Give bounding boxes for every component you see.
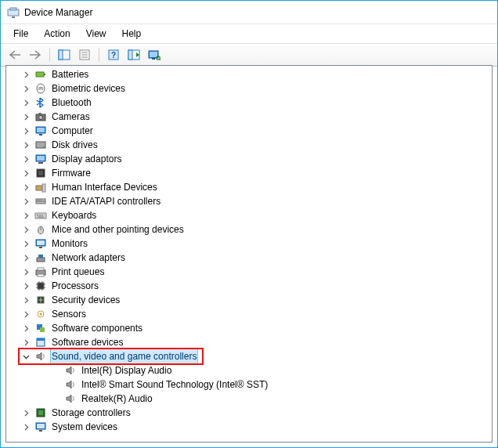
ide-icon bbox=[34, 195, 47, 208]
svg-rect-56 bbox=[38, 268, 44, 270]
chevron-right-icon[interactable] bbox=[20, 139, 31, 150]
tree-category[interactable]: Firmware bbox=[6, 166, 492, 180]
svg-rect-12 bbox=[128, 50, 132, 60]
chevron-right-icon[interactable] bbox=[20, 252, 31, 263]
device-tree[interactable]: BatteriesBiometric devicesBluetoothCamer… bbox=[6, 66, 492, 442]
tree-category[interactable]: IDE ATA/ATAPI controllers bbox=[6, 194, 492, 208]
tree-category[interactable]: Monitors bbox=[6, 237, 492, 251]
tree-item-label: Bluetooth bbox=[50, 96, 93, 110]
chevron-right-icon[interactable] bbox=[20, 125, 31, 136]
tree-category[interactable]: Security devices bbox=[6, 293, 492, 307]
menu-help[interactable]: Help bbox=[114, 26, 150, 42]
battery-icon bbox=[34, 68, 47, 81]
svg-rect-77 bbox=[37, 424, 45, 428]
app-icon bbox=[7, 6, 20, 19]
tree-category[interactable]: Software devices bbox=[6, 335, 492, 349]
tree-category[interactable]: Cameras bbox=[6, 110, 492, 124]
forward-button[interactable] bbox=[26, 46, 45, 63]
tree-category[interactable]: Print queues bbox=[6, 265, 492, 279]
chevron-right-icon[interactable] bbox=[20, 266, 31, 277]
tree-category[interactable]: Bluetooth bbox=[6, 96, 492, 110]
tree-leaf[interactable]: Intel® Smart Sound Technology (Intel® SS… bbox=[6, 378, 492, 392]
tree-item-label: Storage controllers bbox=[50, 406, 132, 420]
tree-category[interactable]: Batteries bbox=[6, 67, 492, 81]
tree-category[interactable]: Display adaptors bbox=[6, 152, 492, 166]
tree-category[interactable]: Disk drives bbox=[6, 138, 492, 152]
tree-item-label: Disk drives bbox=[50, 138, 99, 152]
svg-point-41 bbox=[40, 200, 41, 201]
tree-category[interactable]: Keyboards bbox=[6, 208, 492, 222]
toolbar-separator bbox=[99, 48, 99, 62]
chevron-right-icon[interactable] bbox=[20, 224, 31, 235]
chevron-right-icon[interactable] bbox=[20, 294, 31, 305]
tree-category[interactable]: Network adapters bbox=[6, 251, 492, 265]
chevron-right-icon[interactable] bbox=[20, 111, 31, 122]
tree-item-label: Processors bbox=[50, 279, 100, 293]
chevron-right-icon[interactable] bbox=[20, 323, 31, 334]
swdev-icon bbox=[34, 336, 47, 349]
chevron-right-icon[interactable] bbox=[20, 238, 31, 249]
chevron-right-icon[interactable] bbox=[20, 337, 31, 348]
tree-item-label: Firmware bbox=[50, 166, 92, 180]
tree-item-label: Print queues bbox=[50, 265, 106, 279]
tree-category[interactable]: Software components bbox=[6, 321, 492, 335]
chevron-right-icon[interactable] bbox=[20, 168, 31, 179]
tree-category[interactable]: Storage controllers bbox=[6, 406, 492, 420]
chevron-right-icon[interactable] bbox=[20, 309, 31, 320]
chevron-down-icon[interactable] bbox=[20, 351, 31, 362]
svg-rect-58 bbox=[38, 283, 44, 289]
chevron-right-icon[interactable] bbox=[20, 83, 31, 94]
tree-item-label: System devices bbox=[50, 420, 119, 434]
tree-category[interactable]: Biometric devices bbox=[6, 81, 492, 96]
tree-category[interactable]: Processors bbox=[6, 279, 492, 293]
display-icon bbox=[34, 153, 47, 165]
chevron-right-icon[interactable] bbox=[20, 69, 31, 80]
show-console-button[interactable] bbox=[55, 46, 74, 63]
tree-category[interactable]: Mice and other pointing devices bbox=[6, 222, 492, 237]
chevron-right-icon[interactable] bbox=[20, 210, 31, 221]
chevron-right-icon[interactable] bbox=[20, 154, 31, 164]
tree-item-label: Realtek(R) Audio bbox=[80, 392, 154, 406]
tree-category[interactable]: Sound, video and game controllers bbox=[6, 349, 492, 363]
svg-point-23 bbox=[39, 116, 43, 120]
tree-item-label: Sensors bbox=[50, 307, 88, 321]
svg-line-18 bbox=[160, 60, 161, 61]
menu-file[interactable]: File bbox=[5, 26, 36, 42]
tree-category[interactable]: Human Interface Devices bbox=[6, 180, 492, 194]
svg-rect-57 bbox=[38, 274, 44, 276]
menu-view[interactable]: View bbox=[78, 26, 114, 42]
chevron-right-icon[interactable] bbox=[20, 407, 31, 418]
properties-button[interactable] bbox=[75, 46, 94, 63]
back-button[interactable] bbox=[5, 46, 24, 63]
device-tree-panel: BatteriesBiometric devicesBluetoothCamer… bbox=[5, 65, 493, 443]
disk-icon bbox=[34, 139, 47, 151]
sensor-icon bbox=[34, 308, 47, 320]
chevron-right-icon[interactable] bbox=[20, 97, 31, 108]
svg-rect-51 bbox=[39, 247, 42, 248]
tree-item-label: Network adapters bbox=[50, 251, 127, 265]
svg-rect-19 bbox=[36, 72, 44, 77]
tree-item-label: IDE ATA/ATAPI controllers bbox=[50, 194, 162, 208]
chevron-right-icon[interactable] bbox=[20, 182, 31, 193]
svg-rect-34 bbox=[38, 171, 43, 175]
help-button[interactable]: ? bbox=[104, 46, 123, 63]
tree-item-label: Computer bbox=[50, 124, 95, 138]
tree-item-label: Mice and other pointing devices bbox=[50, 222, 186, 237]
window-title: Device Manager bbox=[24, 7, 92, 18]
action-refresh-button[interactable] bbox=[125, 46, 143, 63]
tree-leaf[interactable]: Realtek(R) Audio bbox=[6, 392, 492, 406]
tree-category[interactable]: Sensors bbox=[6, 307, 492, 321]
svg-rect-36 bbox=[42, 184, 45, 192]
svg-rect-71 bbox=[40, 327, 45, 332]
network-icon bbox=[34, 251, 47, 264]
tree-category[interactable]: System devices bbox=[6, 420, 492, 434]
scan-hardware-button[interactable] bbox=[145, 46, 164, 63]
tree-category[interactable]: Computer bbox=[6, 124, 492, 138]
chevron-right-icon[interactable] bbox=[20, 421, 31, 432]
toolbar: ? bbox=[1, 43, 497, 67]
svg-rect-44 bbox=[39, 215, 41, 216]
menu-action[interactable]: Action bbox=[36, 26, 78, 42]
tree-leaf[interactable]: Intel(R) Display Audio bbox=[6, 363, 492, 378]
chevron-right-icon[interactable] bbox=[20, 280, 31, 291]
chevron-right-icon[interactable] bbox=[20, 196, 31, 207]
